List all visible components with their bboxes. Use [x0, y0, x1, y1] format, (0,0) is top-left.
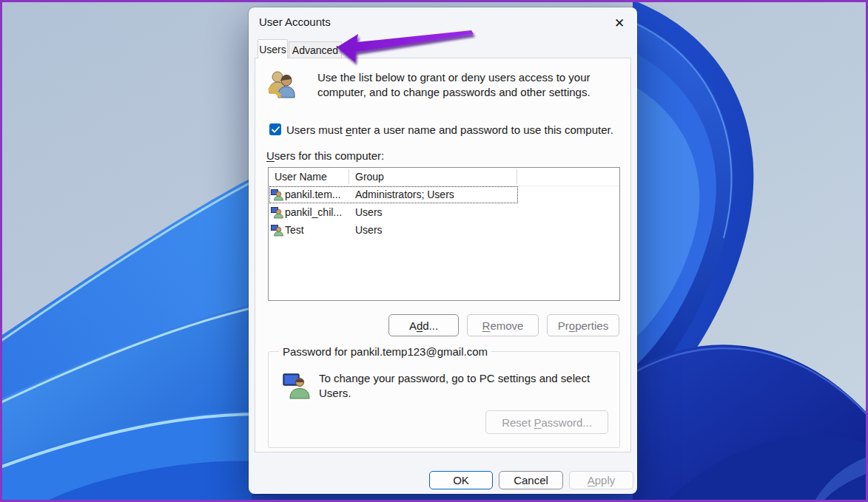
titlebar: User Accounts ✕ — [249, 7, 637, 38]
apply-button[interactable]: Apply — [569, 471, 633, 489]
password-info-text: To change your password, go to PC settin… — [319, 371, 594, 401]
tab-advanced[interactable]: Advanced — [289, 41, 342, 58]
tab-users[interactable]: Users — [258, 39, 288, 58]
add-button[interactable]: Add... — [388, 314, 459, 336]
close-button[interactable]: ✕ — [610, 14, 628, 32]
user-name: Test — [285, 224, 304, 236]
user-icon — [271, 224, 283, 237]
pc-user-icon — [282, 371, 310, 399]
user-group: Users — [355, 224, 383, 236]
user-icon — [271, 189, 283, 201]
properties-button[interactable]: Properties — [547, 314, 619, 336]
listview-header: User Name Group — [269, 168, 619, 186]
user-accounts-icon — [266, 69, 298, 101]
user-name: pankil_chil... — [285, 206, 342, 218]
require-password-checkbox[interactable] — [269, 123, 281, 135]
user-accounts-dialog: User Accounts ✕ Users Advanced Use the l… — [249, 7, 637, 494]
password-groupbox-legend: Password for pankil.temp123@gmail.com — [279, 345, 491, 358]
cancel-button[interactable]: Cancel — [499, 471, 563, 489]
user-row[interactable]: pankil.tem... Administrators; Users — [269, 186, 619, 204]
user-name: pankil.tem... — [285, 189, 340, 200]
window-title: User Accounts — [259, 16, 331, 28]
reset-password-button[interactable]: Reset Password... — [485, 410, 608, 434]
password-groupbox: Password for pankil.temp123@gmail.com To… — [268, 351, 620, 448]
require-password-label[interactable]: Users must enter a user name and passwor… — [286, 123, 613, 136]
intro-text: Use the list below to grant or deny user… — [317, 70, 600, 100]
user-row[interactable]: pankil_chil... Users — [269, 204, 619, 222]
ok-button[interactable]: OK — [429, 471, 493, 489]
user-group: Administrators; Users — [355, 189, 454, 200]
check-icon — [272, 126, 280, 133]
users-listview[interactable]: User Name Group pankil.tem... Administra… — [268, 167, 620, 301]
user-icon — [271, 206, 283, 219]
user-group: Users — [355, 206, 383, 218]
column-divider[interactable] — [517, 169, 517, 184]
user-row[interactable]: Test Users — [269, 222, 619, 240]
close-icon: ✕ — [614, 16, 625, 31]
column-divider[interactable] — [349, 169, 349, 184]
column-header-group[interactable]: Group — [355, 171, 384, 183]
desktop: User Accounts ✕ Users Advanced Use the l… — [0, 0, 868, 502]
column-header-username[interactable]: User Name — [275, 171, 327, 183]
users-tab-page: Use the list below to grant or deny user… — [255, 58, 631, 452]
remove-button[interactable]: Remove — [467, 314, 539, 336]
users-list-label: Users for this computer: — [266, 149, 384, 162]
